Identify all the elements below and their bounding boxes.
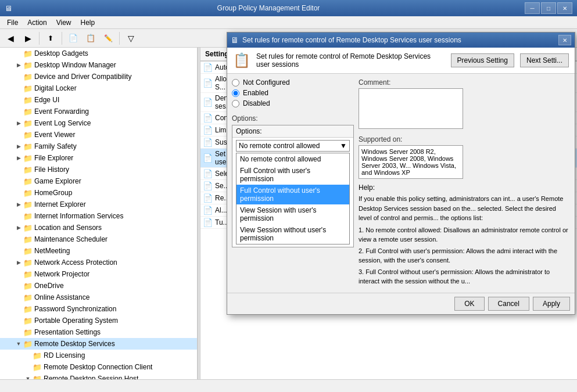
tree-item[interactable]: ▶ 📁 Location and Sensors xyxy=(0,222,197,233)
modal-title-text: Set rules for remote control of Remote D… xyxy=(242,36,558,44)
tree-item[interactable]: 📁 HomeGroup xyxy=(0,187,197,199)
radio-enabled-input[interactable] xyxy=(232,89,239,97)
tree-item-label: Online Assistance xyxy=(34,293,89,301)
help-content: If you enable this policy setting, admin… xyxy=(359,194,570,286)
radio-enabled[interactable]: Enabled xyxy=(232,89,354,97)
setting-icon: 📄 xyxy=(203,169,213,178)
toolbar-properties[interactable]: 📋 xyxy=(83,31,99,46)
minimize-button[interactable]: ─ xyxy=(525,2,540,14)
folder-icon: 📁 xyxy=(23,72,33,81)
toolbar-edit[interactable]: ✏️ xyxy=(100,31,116,46)
dropdown-display[interactable]: No remote control allowed ▼ xyxy=(236,140,350,152)
tree-item-label: Desktop Window Manager xyxy=(34,61,116,69)
tree-item[interactable]: ▶ 📁 Network Access Protection xyxy=(0,257,197,268)
tree-item[interactable]: 📁 Presentation Settings xyxy=(0,326,197,338)
modal-close-button[interactable]: ✕ xyxy=(558,35,571,45)
dropdown-wrapper: No remote control allowed ▼ No remote co… xyxy=(232,138,353,247)
tree-item-label: OneDrive xyxy=(34,282,64,290)
tree-arrow-icon: ▶ xyxy=(14,200,23,209)
folder-icon: 📁 xyxy=(23,269,33,279)
prev-setting-button[interactable]: Previous Setting xyxy=(451,53,514,67)
tree-item[interactable]: 📁 NetMeeting xyxy=(0,245,197,257)
tree-arrow-icon xyxy=(14,177,23,186)
comment-textarea[interactable] xyxy=(359,88,463,129)
tree-arrow-icon xyxy=(14,165,23,174)
tree-item-label: Game Explorer xyxy=(34,177,81,185)
setting-icon: 📄 xyxy=(203,63,213,72)
tree-arrow-icon xyxy=(14,211,23,221)
folder-icon: 📁 xyxy=(23,246,33,256)
dropdown-option-2[interactable]: Full Control with user's permission xyxy=(236,165,349,185)
app-icon: 🖥 xyxy=(5,4,12,13)
menu-view[interactable]: View xyxy=(52,16,76,28)
tree-item[interactable]: 📁 Event Forwarding xyxy=(0,106,197,117)
tree-item[interactable]: ▼ 📁 Remote Desktop Session Host xyxy=(0,373,197,379)
tree-item-label: Portable Operating System xyxy=(34,317,118,325)
dropdown-value: No remote control allowed xyxy=(239,142,320,150)
tree-item[interactable]: 📁 RD Licensing xyxy=(0,350,197,361)
folder-icon: 📁 xyxy=(23,316,33,325)
menu-action[interactable]: Action xyxy=(23,16,51,28)
help-section: Help: If you enable this policy setting,… xyxy=(359,184,570,286)
tree-item-label: Maintenance Scheduler xyxy=(34,235,107,243)
tree-item[interactable]: 📁 Internet Information Services xyxy=(0,210,197,222)
setting-icon: 📄 xyxy=(203,125,213,135)
dropdown-option-5[interactable]: View Session without user's permission xyxy=(236,224,349,244)
tree-arrow-icon: ▼ xyxy=(23,374,33,379)
ok-button[interactable]: OK xyxy=(454,297,484,311)
radio-disabled[interactable]: Disabled xyxy=(232,99,354,107)
tree-item[interactable]: 📁 Game Explorer xyxy=(0,175,197,187)
tree-item[interactable]: 📁 Digital Locker xyxy=(0,82,197,94)
folder-icon: 📁 xyxy=(23,107,33,116)
tree-item[interactable]: 📁 Password Synchronization xyxy=(0,303,197,315)
tree-item[interactable]: ▶ 📁 Internet Explorer xyxy=(0,199,197,210)
radio-disabled-input[interactable] xyxy=(232,100,239,107)
menu-help[interactable]: Help xyxy=(76,16,100,28)
toolbar-forward[interactable]: ▶ xyxy=(20,31,36,46)
dropdown-option-4[interactable]: View Session with user's permission xyxy=(236,204,349,224)
tree-item[interactable]: ▶ 📁 File Explorer xyxy=(0,152,197,164)
toolbar-new[interactable]: 📄 xyxy=(65,31,81,46)
dropdown-option-3[interactable]: Full Control without user's permission xyxy=(236,185,349,204)
toolbar-back[interactable]: ◀ xyxy=(2,31,19,46)
dropdown-option-1[interactable]: No remote control allowed xyxy=(236,153,349,165)
tree-item[interactable]: ▶ 📁 Event Log Service xyxy=(0,117,197,129)
cancel-button[interactable]: Cancel xyxy=(488,297,529,311)
tree-item[interactable]: 📁 Network Projector xyxy=(0,268,197,280)
radio-not-configured-input[interactable] xyxy=(232,79,239,87)
tree-item-label: Family Safety xyxy=(34,142,77,150)
setting-icon: 📄 xyxy=(203,218,213,227)
menu-file[interactable]: File xyxy=(2,16,23,28)
toolbar-filter[interactable]: ▽ xyxy=(123,31,139,46)
tree-item[interactable]: 📁 OneDrive xyxy=(0,280,197,292)
apply-button[interactable]: Apply xyxy=(533,297,570,311)
tree-item-label: RD Licensing xyxy=(44,351,85,359)
help-label: Help: xyxy=(359,184,570,192)
tree-item[interactable]: 📁 File History xyxy=(0,164,197,175)
close-button[interactable]: ✕ xyxy=(557,2,572,14)
tree-item[interactable]: 📁 Event Viewer xyxy=(0,129,197,141)
tree-item[interactable]: 📁 Maintenance Scheduler xyxy=(0,233,197,245)
tree-arrow-icon: ▶ xyxy=(14,60,23,70)
toolbar-up[interactable]: ⬆ xyxy=(42,31,59,46)
tree-item[interactable]: 📁 Online Assistance xyxy=(0,292,197,303)
radio-not-configured[interactable]: Not Configured xyxy=(232,78,354,87)
tree-item[interactable]: 📁 Device and Driver Compatibility xyxy=(0,71,197,82)
tree-arrow-icon xyxy=(14,95,23,105)
maximize-button[interactable]: □ xyxy=(541,2,556,14)
modal-dialog[interactable]: 🖥 Set rules for remote control of Remote… xyxy=(227,32,575,315)
tree-item[interactable]: ▼ 📁 Remote Desktop Services xyxy=(0,338,197,350)
tree-arrow-icon xyxy=(14,235,23,244)
tree-item[interactable]: 📁 Portable Operating System xyxy=(0,315,197,326)
dropdown-list: No remote control allowed Full Control w… xyxy=(236,153,350,244)
tree-panel[interactable]: 📁 Desktop Gadgets ▶ 📁 Desktop Window Man… xyxy=(0,48,198,379)
tree-item[interactable]: ▶ 📁 Desktop Window Manager xyxy=(0,59,197,71)
tree-item[interactable]: 📁 Remote Desktop Connection Client xyxy=(0,361,197,373)
tree-item[interactable]: ▶ 📁 Family Safety xyxy=(0,141,197,152)
next-setting-button[interactable]: Next Setti... xyxy=(520,53,569,67)
radio-not-configured-label: Not Configured xyxy=(243,78,290,87)
tree-item[interactable]: 📁 Desktop Gadgets xyxy=(0,48,197,59)
radio-enabled-label: Enabled xyxy=(243,89,268,97)
tree-item-label: Internet Explorer xyxy=(34,200,86,208)
tree-item[interactable]: 📁 Edge UI xyxy=(0,94,197,106)
